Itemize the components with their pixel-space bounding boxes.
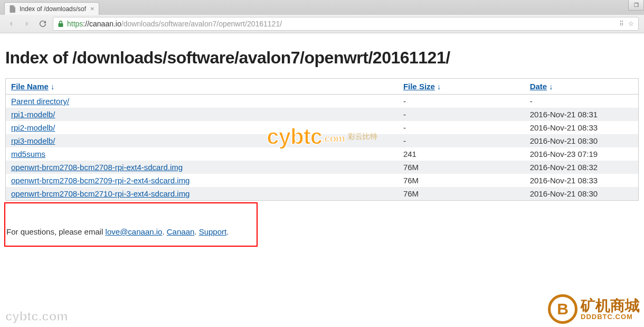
tab-bar: Index of /downloads/sof × bbox=[0, 0, 644, 15]
file-link[interactable]: openwrt-brcm2708-bcm2710-rpi-3-ext4-sdca… bbox=[11, 189, 190, 198]
file-date: 2016-Nov-23 07:19 bbox=[525, 147, 639, 161]
file-date: 2016-Nov-21 08:30 bbox=[525, 187, 639, 201]
table-row: openwrt-brcm2708-bcm2708-rpi-ext4-sdcard… bbox=[6, 161, 639, 174]
address-bar[interactable]: https://canaan.io/downloads/software/ava… bbox=[53, 17, 639, 31]
file-size: 76M bbox=[398, 187, 525, 201]
footer-canaan-link[interactable]: Canaan bbox=[167, 227, 195, 236]
file-size: - bbox=[398, 134, 525, 147]
file-size: - bbox=[398, 121, 525, 134]
close-icon[interactable]: × bbox=[90, 5, 94, 12]
file-date: 2016-Nov-21 08:31 bbox=[525, 108, 639, 121]
file-date: 2016-Nov-21 08:33 bbox=[525, 121, 639, 134]
reload-button[interactable] bbox=[37, 18, 49, 30]
footer-text: For questions, please email bbox=[6, 227, 106, 236]
browser-tab[interactable]: Index of /downloads/sof × bbox=[4, 2, 99, 15]
file-size: 241 bbox=[398, 147, 525, 161]
file-link[interactable]: rpi1-modelb/ bbox=[11, 110, 55, 119]
table-row: md5sums2412016-Nov-23 07:19 bbox=[6, 147, 639, 161]
file-date: 2016-Nov-21 08:32 bbox=[525, 161, 639, 174]
file-size: 76M bbox=[398, 161, 525, 174]
watermark-cybtc-bottom-left: cybtc.com bbox=[5, 309, 68, 324]
browser-toolbar: https://canaan.io/downloads/software/ava… bbox=[0, 15, 644, 33]
file-size: - bbox=[398, 95, 525, 108]
footer-support-link[interactable]: Support bbox=[199, 227, 227, 236]
file-icon bbox=[9, 5, 16, 13]
window-controls: ❐ bbox=[628, 0, 644, 11]
file-link[interactable]: openwrt-brcm2708-bcm2709-rpi-2-ext4-sdca… bbox=[11, 176, 190, 185]
url-host: ://canaan.io bbox=[83, 20, 121, 28]
table-row: Parent directory/-- bbox=[6, 95, 639, 108]
page-title: Index of /downloads/software/avalon7/ope… bbox=[5, 48, 639, 68]
file-size: - bbox=[398, 108, 525, 121]
footer: For questions, please email love@canaan.… bbox=[5, 227, 639, 236]
column-header-size[interactable]: File Size↓ bbox=[398, 79, 525, 95]
back-button[interactable] bbox=[5, 18, 17, 30]
browser-chrome: Index of /downloads/sof × ❐ https://cana… bbox=[0, 0, 644, 33]
forward-button[interactable] bbox=[21, 18, 33, 30]
table-row: openwrt-brcm2708-bcm2710-rpi-3-ext4-sdca… bbox=[6, 187, 639, 201]
directory-listing-table: File Name↓ File Size↓ Date↓ Parent direc… bbox=[5, 78, 639, 201]
url-path: /downloads/software/avalon7/openwrt/2016… bbox=[121, 20, 282, 28]
file-date: - bbox=[525, 95, 639, 108]
sort-arrow-icon: ↓ bbox=[549, 82, 553, 91]
bitcoin-icon: B bbox=[548, 294, 577, 324]
lock-icon bbox=[58, 20, 64, 27]
translate-icon[interactable]: ⠿ bbox=[619, 20, 624, 27]
bookmark-icon[interactable]: ☆ bbox=[628, 20, 634, 27]
sort-arrow-icon: ↓ bbox=[51, 82, 55, 91]
file-link[interactable]: Parent directory/ bbox=[11, 97, 69, 106]
footer-email-link[interactable]: love@canaan.io bbox=[106, 227, 163, 236]
column-header-date[interactable]: Date↓ bbox=[525, 79, 639, 95]
file-date: 2016-Nov-21 08:30 bbox=[525, 134, 639, 147]
file-date: 2016-Nov-21 08:33 bbox=[525, 174, 639, 187]
window-restore-button[interactable]: ❐ bbox=[628, 0, 644, 11]
url-scheme: https bbox=[67, 20, 83, 28]
table-row: rpi3-modelb/-2016-Nov-21 08:30 bbox=[6, 134, 639, 147]
highlight-annotation bbox=[4, 202, 258, 247]
sort-arrow-icon: ↓ bbox=[437, 82, 441, 91]
file-link[interactable]: rpi2-modelb/ bbox=[11, 123, 55, 132]
table-row: rpi2-modelb/-2016-Nov-21 08:33 bbox=[6, 121, 639, 134]
column-header-name[interactable]: File Name↓ bbox=[6, 79, 398, 95]
table-row: openwrt-brcm2708-bcm2709-rpi-2-ext4-sdca… bbox=[6, 174, 639, 187]
file-link[interactable]: md5sums bbox=[11, 150, 45, 158]
page-content: Index of /downloads/software/avalon7/ope… bbox=[0, 33, 644, 241]
file-size: 76M bbox=[398, 174, 525, 187]
tab-title: Index of /downloads/sof bbox=[20, 5, 86, 13]
file-link[interactable]: rpi3-modelb/ bbox=[11, 136, 55, 145]
table-row: rpi1-modelb/-2016-Nov-21 08:31 bbox=[6, 108, 639, 121]
watermark-dddbtc: B 矿机商城 DDDBTC.COM bbox=[548, 294, 640, 324]
file-link[interactable]: openwrt-brcm2708-bcm2708-rpi-ext4-sdcard… bbox=[11, 163, 183, 172]
